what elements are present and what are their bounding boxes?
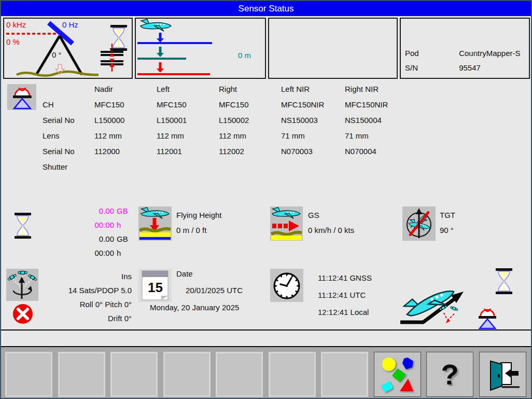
cam-cell: MFC150NIR <box>281 100 345 116</box>
help-icon: ? <box>441 360 458 389</box>
cam-cell: MFC150 <box>94 100 157 116</box>
ground-speed-block: GS 0 km/h / 0 kts <box>308 208 354 238</box>
cam-cell <box>281 162 345 178</box>
ins-label: Ins <box>43 269 132 283</box>
cam-col-header: Left NIR <box>281 85 345 100</box>
ins-satellites-icon <box>6 269 38 301</box>
cam-cell: 112 mm <box>219 131 281 147</box>
cam-row-label: Lens <box>43 131 94 147</box>
pod-info-panel: Pod CountryMapper-S S/N 95547 <box>400 18 530 79</box>
cam-col-header: Left <box>157 85 219 100</box>
pod-value: CountryMapper-S <box>459 49 520 58</box>
storage-total-size: 0.00 <box>63 235 114 243</box>
cam-cell: L150000 <box>94 116 157 131</box>
target-label: TGT <box>440 208 455 223</box>
cam-cell <box>345 162 417 178</box>
laser-rate-value: 0 kHz <box>6 20 26 29</box>
shapes-button[interactable] <box>374 352 421 397</box>
hourglass-icon <box>109 25 128 51</box>
cam-corner <box>43 85 94 100</box>
cam-cell: MFC150 <box>157 100 219 116</box>
clock-icon <box>270 269 303 302</box>
laser-scanner-panel: 0 kHz 0 % 0 Hz 0 ° <box>3 18 133 79</box>
sensor-status-window: Sensor Status 0 kH <box>0 0 532 399</box>
exit-button[interactable] <box>479 352 526 397</box>
cam-cell: NS150004 <box>345 116 417 131</box>
takeoff-icon <box>398 273 471 326</box>
spare-panel <box>268 18 398 79</box>
mirror-rate-value: 0 Hz <box>62 20 78 29</box>
ground-speed-value: 0 km/h / 0 kts <box>308 223 354 238</box>
satellite-icon <box>450 306 458 311</box>
duty-cycle-value: 0 % <box>6 37 20 46</box>
toolbar-button-7[interactable] <box>321 352 368 397</box>
time-local: 12:12:41 Local <box>318 304 372 321</box>
ins-roll-pitch-value: Roll 0° Pitch 0° <box>43 297 132 311</box>
camera-icon <box>7 84 36 110</box>
cam-col-header: Right NIR <box>345 85 417 100</box>
flying-height-value: 0 m / 0 ft <box>176 223 222 238</box>
cam-cell: NS150003 <box>281 116 345 131</box>
storage-total-time: 00:00 <box>63 249 114 257</box>
altitude-icon <box>136 19 265 78</box>
clock-block: 11:12:41 GNSS 11:12:41 UTC 12:12:41 Loca… <box>318 269 372 321</box>
hourglass-icon <box>495 268 513 294</box>
toolbar-button-3[interactable] <box>110 352 158 397</box>
cam-cell: L150001 <box>157 116 219 131</box>
cam-cell: MFC150 <box>219 100 281 116</box>
shapes-icon <box>379 356 416 393</box>
cam-cell <box>157 162 219 178</box>
cam-row-label: CH <box>43 100 94 116</box>
cam-cell: 112002 <box>219 147 281 162</box>
time-gnss: 11:12:41 GNSS <box>318 269 372 286</box>
cam-cell: 112001 <box>157 147 219 162</box>
ins-drift-value: Drift 0° <box>43 311 132 325</box>
status-bar <box>1 329 531 347</box>
altitude-panel: 0 m <box>135 18 266 79</box>
cam-row-label: Serial No <box>43 147 94 162</box>
ground-speed-icon <box>270 207 303 241</box>
toolbar-button-5[interactable] <box>216 352 263 397</box>
svg-text:15: 15 <box>148 280 163 295</box>
ins-block: Ins 14 Sats/PDOP 5.0 Roll 0° Pitch 0° Dr… <box>43 269 132 325</box>
help-button[interactable]: ? <box>426 352 473 397</box>
date-long-value: Monday, 20 January 2025 <box>150 303 239 312</box>
cam-cell <box>219 162 281 178</box>
cam-cell <box>94 162 157 178</box>
hourglass-icon <box>13 213 32 239</box>
ins-sats-value: 14 Sats/PDOP 5.0 <box>43 283 132 297</box>
cam-row-label: Shutter <box>43 162 94 178</box>
date-utc-value: 20/01/2025 UTC <box>186 286 243 295</box>
cam-row-label: Serial No <box>43 116 94 131</box>
no-fix-icon <box>12 304 33 324</box>
target-value: 90 ° <box>440 223 455 238</box>
flying-height-label: Flying Height <box>176 208 222 223</box>
title-bar: Sensor Status <box>1 1 531 16</box>
flying-height-block: Flying Height 0 m / 0 ft <box>176 208 222 238</box>
pod-sn-label: S/N <box>405 63 457 72</box>
storage-block: 0.00GB 00:00h 0.00GB 00:00h <box>63 207 128 263</box>
target-block: TGT 90 ° <box>440 208 455 238</box>
toolbar: ? <box>1 347 531 398</box>
flying-height-icon <box>138 207 172 241</box>
time-utc: 11:12:41 UTC <box>318 286 372 304</box>
agl-value: 0 m <box>238 51 251 60</box>
cam-cell: 112 mm <box>157 131 219 147</box>
storage-session-size: 0.00 <box>63 207 114 215</box>
cam-col-header: Nadir <box>94 85 157 100</box>
toolbar-button-1[interactable] <box>5 352 52 397</box>
storage-session-time: 00:00 <box>63 221 114 229</box>
cam-cell: N070004 <box>345 147 417 162</box>
page-title: Sensor Status <box>239 4 294 14</box>
cam-cell: 71 mm <box>281 131 345 147</box>
date-label: Date <box>176 269 193 278</box>
pod-label: Pod <box>405 49 457 58</box>
cam-cell: MFC150NIR <box>345 100 417 116</box>
cam-cell: 71 mm <box>345 131 417 147</box>
cam-cell: L150002 <box>219 116 281 131</box>
exit-door-icon <box>485 359 521 391</box>
toolbar-button-2[interactable] <box>58 352 105 397</box>
toolbar-button-4[interactable] <box>163 352 211 397</box>
toolbar-button-6[interactable] <box>269 352 316 397</box>
ground-speed-label: GS <box>308 208 354 223</box>
